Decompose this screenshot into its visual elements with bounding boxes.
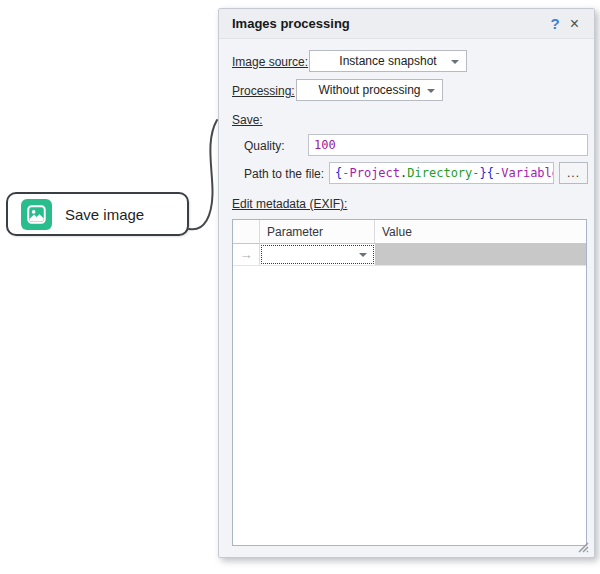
help-icon[interactable]: ? [545, 14, 564, 33]
dialog-title: Images processing [232, 16, 545, 31]
save-section-label: Save: [232, 113, 263, 127]
images-processing-dialog: Images processing ? × Image source: Inst… [218, 8, 595, 558]
parameter-cell-dropdown[interactable] [260, 244, 375, 265]
exif-table-header: Parameter Value [233, 220, 586, 244]
value-column-header: Value [375, 220, 586, 243]
dialog-titlebar: Images processing ? × [219, 9, 594, 39]
parameter-column-header: Parameter [260, 220, 375, 243]
image-source-dropdown[interactable]: Instance snapshot [309, 50, 467, 72]
image-icon [21, 199, 52, 230]
processing-label: Processing: [232, 84, 295, 98]
image-source-value: Instance snapshot [339, 54, 436, 68]
quality-label: Quality: [244, 139, 285, 153]
save-image-node[interactable]: Save image [6, 192, 189, 236]
browse-button[interactable]: ... [559, 162, 588, 184]
exif-table: Parameter Value → [232, 219, 587, 546]
resize-grip[interactable] [575, 539, 590, 554]
quality-value: 100 [314, 138, 336, 152]
path-label: Path to the file: [244, 167, 324, 181]
chevron-down-icon [359, 253, 367, 257]
value-cell [375, 244, 586, 265]
image-source-label: Image source: [232, 55, 308, 69]
node-label: Save image [65, 206, 144, 223]
processing-value: Without processing [318, 83, 420, 97]
table-row: → [233, 244, 586, 266]
exif-section-label: Edit metadata (EXIF): [232, 197, 347, 211]
row-selector-header [233, 220, 260, 243]
quality-input[interactable]: 100 [308, 134, 588, 156]
current-row-arrow-icon: → [233, 244, 260, 265]
close-icon[interactable]: × [565, 14, 584, 34]
chevron-down-icon [427, 89, 435, 93]
chevron-down-icon [451, 60, 459, 64]
path-input[interactable]: {-Project.Directory-}{-Variable. [329, 162, 554, 184]
processing-dropdown[interactable]: Without processing [296, 79, 443, 101]
path-value: {-Project.Directory-}{-Variable. [335, 166, 554, 180]
flowchart-canvas: Save image Images processing ? × Image s… [0, 0, 600, 574]
